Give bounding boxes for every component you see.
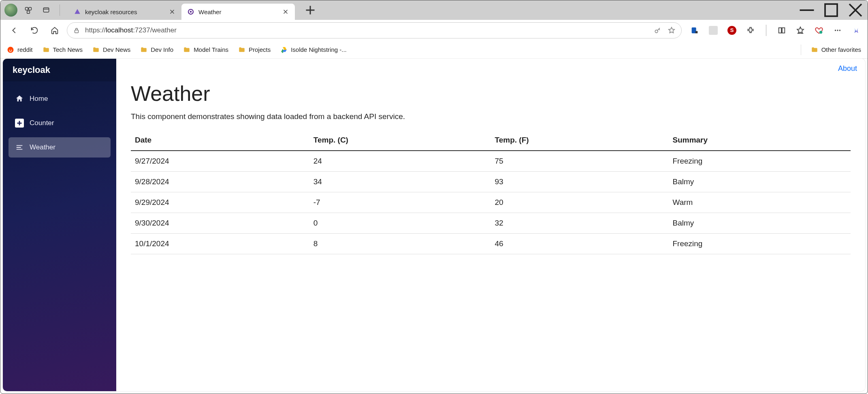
svg-point-16 [8,47,14,53]
sidebar-item-counter[interactable]: Counter [9,113,111,133]
browser-toolbar: https://localhost:7237/weather S [0,20,868,41]
sidebar-item-label: Counter [30,119,54,127]
refresh-button[interactable] [26,22,43,38]
page-lead: This component demonstrates showing data… [131,112,851,121]
cell-temp-c: 8 [309,234,491,254]
cell-summary: Freezing [668,151,851,172]
bookmark-reddit[interactable]: reddit [7,46,33,53]
separator [801,45,801,55]
address-bar[interactable]: https://localhost:7237/weather [67,22,682,38]
home-button[interactable] [47,22,63,38]
cell-temp-c: 24 [309,151,491,172]
bookmark-label: Tech News [53,46,83,53]
plus-icon [15,119,24,128]
folder-icon [43,46,50,53]
back-button[interactable] [6,22,22,38]
browser-tab-keycloak-resources[interactable]: keycloak resources [68,4,181,20]
page-title: Weather [131,81,851,106]
brand-title[interactable]: keycloak [3,59,116,81]
cell-temp-f: 20 [491,192,669,213]
more-menu-icon[interactable] [832,25,843,36]
bookmark-drive[interactable]: Isolde Nightstring -... [280,46,347,53]
col-summary: Summary [668,130,851,151]
sidebar: keycloak Home Counter [3,59,116,391]
cell-date: 10/1/2024 [131,234,309,254]
about-link[interactable]: About [838,64,857,73]
sidebar-item-weather[interactable]: Weather [9,137,111,158]
url-host: localhost [106,26,133,34]
table-row: 9/29/2024 -7 20 Warm [131,192,851,213]
extension-gray-icon[interactable] [708,25,719,36]
workspaces-icon[interactable] [21,3,35,17]
bookmark-tech-news[interactable]: Tech News [43,46,83,53]
bookmark-label: Model Trains [194,46,228,53]
extensions-area: S [689,25,862,36]
bookmark-dev-news[interactable]: Dev News [92,46,130,53]
key-icon[interactable] [654,26,662,34]
bookmark-projects[interactable]: Projects [238,46,271,53]
favorites-icon[interactable] [795,25,806,36]
indexeddb-icon[interactable] [689,25,700,36]
folder-icon [238,46,245,53]
svg-point-5 [190,11,192,13]
favorite-star-icon[interactable] [668,26,676,34]
cell-temp-f: 46 [491,234,669,254]
copilot-icon[interactable] [851,25,862,36]
table-row: 9/28/2024 34 93 Balmy [131,172,851,192]
cell-temp-f: 75 [491,151,669,172]
tab-close-icon[interactable] [168,8,176,15]
bookmark-label: Dev Info [151,46,173,53]
top-bar: About [116,59,865,78]
tab-strip: keycloak resources Weather [68,0,295,20]
favicon-blazor-icon [187,8,194,15]
svg-point-14 [837,30,838,31]
cell-temp-c: 34 [309,172,491,192]
url-port: :7237 [133,26,150,34]
svg-rect-1 [29,7,32,10]
cell-temp-f: 93 [491,172,669,192]
svg-rect-6 [825,4,837,16]
folder-icon [92,46,100,53]
profile-avatar[interactable] [4,4,17,17]
svg-rect-2 [27,11,30,14]
table-row: 10/1/2024 8 46 Freezing [131,234,851,254]
new-tab-button[interactable] [303,3,318,17]
svg-rect-11 [782,28,785,33]
noscript-icon[interactable]: S [726,25,738,36]
tab-actions-icon[interactable] [39,3,53,17]
extensions-menu-icon[interactable] [745,25,756,36]
bookmark-other-favorites[interactable]: Other favorites [811,46,861,53]
tab-close-icon[interactable] [282,8,289,15]
browser-tab-weather[interactable]: Weather [181,4,295,20]
svg-point-15 [839,30,840,31]
cell-temp-f: 32 [491,213,669,234]
sidebar-item-label: Weather [30,143,55,151]
split-screen-icon[interactable] [776,25,787,36]
home-icon [15,94,24,103]
bookmark-label: reddit [17,46,33,53]
svg-rect-3 [43,8,49,12]
window-minimize-button[interactable] [795,0,819,20]
svg-point-18 [11,49,12,50]
svg-point-12 [819,30,822,33]
sidebar-item-home[interactable]: Home [9,89,111,109]
folder-icon [140,46,147,53]
window-maximize-button[interactable] [819,0,843,20]
cell-summary: Balmy [668,172,851,192]
lock-icon [73,27,80,34]
drive-icon [280,46,288,53]
svg-rect-10 [779,28,781,33]
reddit-icon [7,46,14,53]
window-close-button[interactable] [843,0,868,20]
cell-date: 9/28/2024 [131,172,309,192]
bookmarks-bar: reddit Tech News Dev News Dev Info Model… [0,41,868,59]
table-row: 9/27/2024 24 75 Freezing [131,151,851,172]
bookmark-dev-info[interactable]: Dev Info [140,46,173,53]
health-icon[interactable] [813,25,825,36]
cell-summary: Freezing [668,234,851,254]
sidebar-nav: Home Counter Weather [3,81,116,165]
svg-point-8 [655,30,658,33]
tab-label: keycloak resources [85,9,164,15]
bookmark-model-trains[interactable]: Model Trains [183,46,228,53]
app-viewport: keycloak Home Counter [3,59,865,391]
